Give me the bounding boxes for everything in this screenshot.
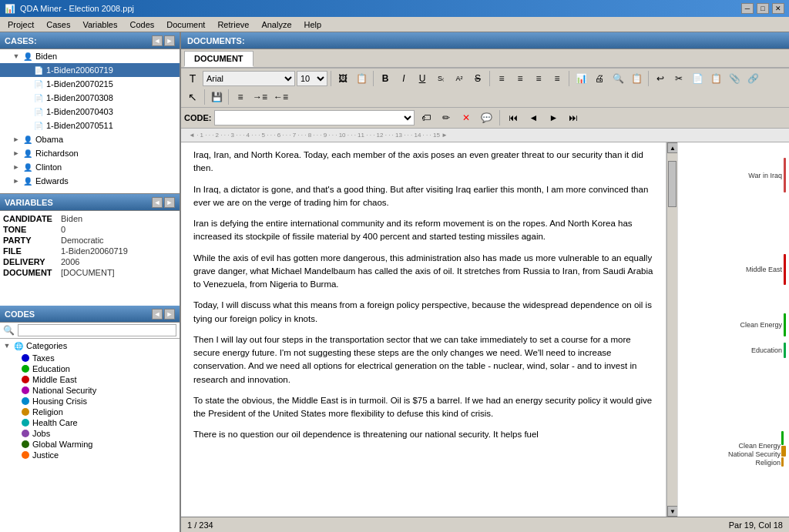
doc2-label: 1-Biden20070215 xyxy=(46,79,113,89)
menu-retrieve[interactable]: Retrieve xyxy=(211,18,255,31)
size-select[interactable]: 10 12 14 xyxy=(297,71,327,86)
toolbar-img2-btn[interactable]: 📋 xyxy=(353,70,370,87)
undo-btn[interactable]: ↩ xyxy=(652,70,669,87)
cases-list[interactable]: ▼ 👤 Biden 📄 1-Biden20060719 📄 1-Biden200… xyxy=(0,49,180,194)
menu-document[interactable]: Document xyxy=(160,18,211,31)
code-jobs[interactable]: Jobs xyxy=(0,428,180,439)
case-obama[interactable]: ► 👤 Obama xyxy=(0,132,180,146)
codes-search-input[interactable] xyxy=(18,324,176,336)
sub-button[interactable]: S₍ xyxy=(432,70,449,87)
code-justice[interactable]: Justice xyxy=(0,450,180,460)
code-edit-btn[interactable]: ✏ xyxy=(438,109,455,126)
code-global-warming[interactable]: Global Warming xyxy=(0,439,180,450)
align-left-btn[interactable]: ≡ xyxy=(493,70,510,87)
codes-ctrl-right[interactable]: ► xyxy=(164,309,175,320)
scroll-track[interactable] xyxy=(667,153,677,506)
case-1-biden20070215[interactable]: 📄 1-Biden20070215 xyxy=(0,77,180,91)
cases-ctrl-right[interactable]: ► xyxy=(164,35,175,46)
sup-button[interactable]: A² xyxy=(451,70,468,87)
cut-btn[interactable]: ✂ xyxy=(670,70,687,87)
nav-prev-btn[interactable]: ◄ xyxy=(525,109,542,126)
cases-ctrl-left[interactable]: ◄ xyxy=(152,35,163,46)
menu-project[interactable]: Project xyxy=(2,18,40,31)
save-btn[interactable]: 💾 xyxy=(208,89,225,105)
extra2-btn[interactable]: 🔗 xyxy=(744,70,761,87)
toolbar-img1-btn[interactable]: 🖼 xyxy=(334,70,351,87)
case-biden[interactable]: ▼ 👤 Biden xyxy=(0,49,180,63)
case-1-biden20070403[interactable]: 📄 1-Biden20070403 xyxy=(0,105,180,119)
menu-variables[interactable]: Variables xyxy=(76,18,123,31)
copy-btn[interactable]: 📄 xyxy=(689,70,706,87)
national-security-sidebar-label: National Security xyxy=(728,450,781,458)
list-btn[interactable]: ≡ xyxy=(232,89,249,105)
case-1-biden20060719[interactable]: 📄 1-Biden20060719 xyxy=(0,63,180,77)
variables-ctrl-left[interactable]: ◄ xyxy=(152,197,163,208)
view-btn[interactable]: 🔍 xyxy=(609,70,626,87)
code-middle-east[interactable]: Middle East xyxy=(0,374,180,385)
print-btn[interactable]: 🖨 xyxy=(591,70,608,87)
italic-button[interactable]: I xyxy=(395,70,412,87)
cases-section-header: CASES: ◄ ► xyxy=(0,32,180,49)
case-1-biden20070308[interactable]: 📄 1-Biden20070308 xyxy=(0,91,180,105)
align-center-btn[interactable]: ≡ xyxy=(512,70,529,87)
menu-codes[interactable]: Codes xyxy=(123,18,160,31)
search-icon: 🔍 xyxy=(3,325,15,336)
variables-ctrl-right[interactable]: ► xyxy=(164,197,175,208)
case-1-biden20070511[interactable]: 📄 1-Biden20070511 xyxy=(0,119,180,132)
code-categories[interactable]: ▼ 🌐 Categories xyxy=(0,339,180,353)
scroll-up-btn[interactable]: ▲ xyxy=(667,142,678,153)
close-button[interactable]: ✕ xyxy=(772,3,784,14)
restore-button[interactable]: □ xyxy=(757,3,769,14)
bold-button[interactable]: B xyxy=(377,70,394,87)
scroll-thumb[interactable] xyxy=(668,161,677,207)
menu-help[interactable]: Help xyxy=(298,18,328,31)
minimize-button[interactable]: ─ xyxy=(741,3,754,14)
clean-energy-1-bar xyxy=(784,313,786,336)
document-content[interactable]: Iraq, Iran, and North Korea. Today, each… xyxy=(181,142,666,517)
code-tag-btn[interactable]: 🏷 xyxy=(418,109,435,126)
cases-panel: CASES: ◄ ► ▼ 👤 Biden 📄 1-Biden20060719 xyxy=(0,32,180,194)
code-taxes[interactable]: Taxes xyxy=(0,353,180,363)
strikethrough-button[interactable]: S xyxy=(469,70,486,87)
underline-button[interactable]: U xyxy=(414,70,431,87)
nav-next-btn[interactable]: ► xyxy=(545,109,562,126)
doc2-expander xyxy=(22,79,32,89)
export-btn[interactable]: 📊 xyxy=(572,70,589,87)
code-housing-crisis[interactable]: Housing Crisis xyxy=(0,396,180,407)
cursor-btn[interactable]: ↖ xyxy=(184,89,201,105)
case-richardson[interactable]: ► 👤 Richardson xyxy=(0,146,180,160)
align-justify-btn[interactable]: ≡ xyxy=(549,70,566,87)
indent-btn[interactable]: →≡ xyxy=(250,89,270,105)
extra1-btn[interactable]: 📎 xyxy=(726,70,743,87)
taxes-label: Taxes xyxy=(32,353,55,363)
code-comment-btn[interactable]: 💬 xyxy=(478,109,495,126)
menu-analyze[interactable]: Analyze xyxy=(255,18,297,31)
codes-list[interactable]: ▼ 🌐 Categories Taxes Education Middle Ea… xyxy=(0,339,180,532)
clinton-icon: 👤 xyxy=(22,161,34,173)
toolbar-font-btn[interactable]: T xyxy=(184,70,201,87)
code-education[interactable]: Education xyxy=(0,363,180,374)
codes-search-bar: 🔍 xyxy=(0,323,180,339)
option-btn[interactable]: 📋 xyxy=(628,70,645,87)
sep8 xyxy=(499,110,500,125)
document-scrollbar: ▲ ▼ xyxy=(666,142,677,517)
tab-document[interactable]: DOCUMENT xyxy=(184,51,253,67)
paste-btn[interactable]: 📋 xyxy=(707,70,724,87)
codes-ctrl-left[interactable]: ◄ xyxy=(152,309,163,320)
code-health-care[interactable]: Health Care xyxy=(0,417,180,428)
app-icon: 📊 xyxy=(5,4,15,14)
font-select[interactable]: Arial Times New Roman xyxy=(203,71,295,86)
align-right-btn[interactable]: ≡ xyxy=(530,70,547,87)
scroll-down-btn[interactable]: ▼ xyxy=(667,506,678,517)
code-select[interactable] xyxy=(214,110,415,125)
code-religion[interactable]: Religion xyxy=(0,407,180,417)
education-label: Education xyxy=(32,364,70,373)
nav-last-btn[interactable]: ⏭ xyxy=(565,109,582,126)
nav-first-btn[interactable]: ⏮ xyxy=(505,109,522,126)
code-delete-btn[interactable]: ✕ xyxy=(458,109,475,126)
case-edwards[interactable]: ► 👤 Edwards xyxy=(0,174,180,188)
code-national-security[interactable]: National Security xyxy=(0,385,180,396)
case-clinton[interactable]: ► 👤 Clinton xyxy=(0,160,180,174)
menu-cases[interactable]: Cases xyxy=(40,18,76,31)
outdent-btn[interactable]: ←≡ xyxy=(271,89,290,105)
